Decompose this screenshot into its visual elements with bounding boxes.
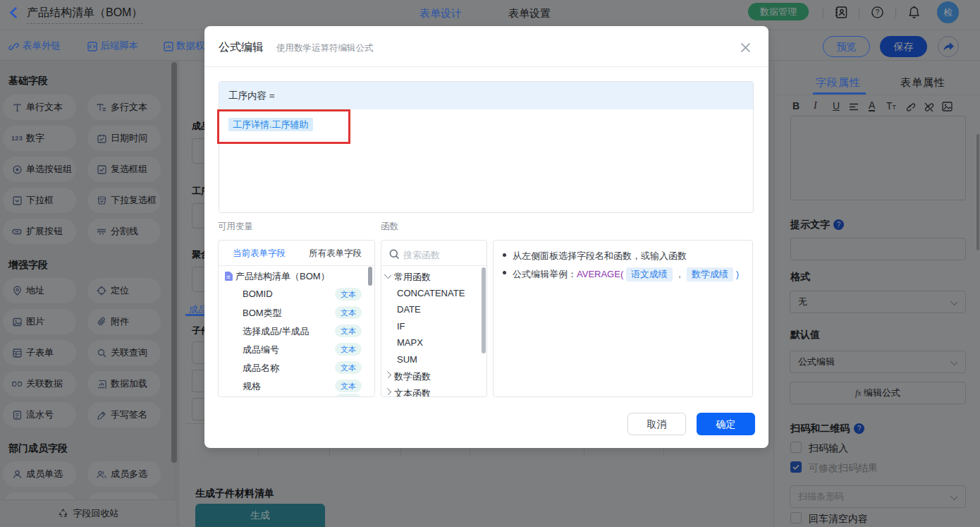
svg-text:?: ?	[876, 8, 880, 16]
